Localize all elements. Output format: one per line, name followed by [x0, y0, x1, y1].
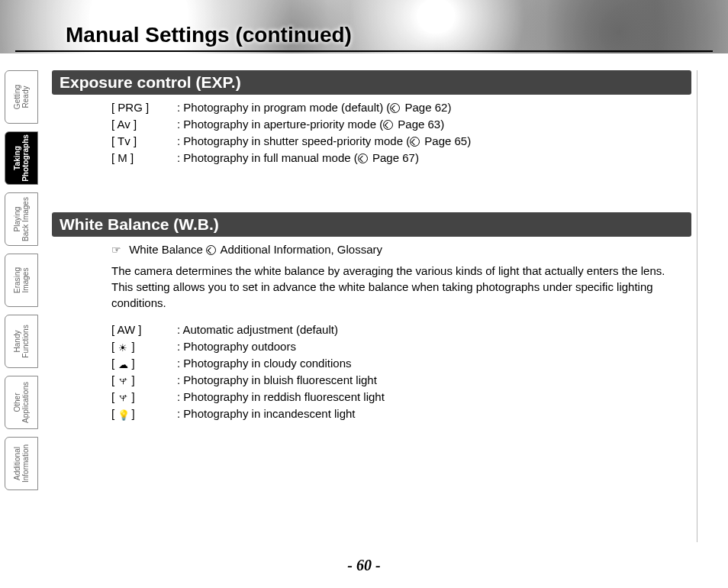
tab-handy-functions[interactable]: HandyFunctions — [5, 315, 38, 368]
lbl-pre: [ — [111, 357, 118, 370]
wb-row: [ ☁ ] : Photography in cloudy conditions — [111, 355, 685, 371]
wb-desc: : Photography in cloudy conditions — [177, 355, 685, 371]
desc-post: ) — [467, 134, 471, 147]
lbl-pre: [ — [111, 407, 118, 420]
wb-label: [ 🝤 ] — [111, 389, 177, 405]
exposure-row: [ PRG ] : Photography in program mode (d… — [111, 99, 685, 115]
tab-label: AdditionalInformation — [13, 444, 30, 483]
section-body-exposure: [ PRG ] : Photography in program mode (d… — [52, 99, 691, 166]
title-rule — [15, 50, 713, 52]
wb-row: [ 💡 ] : Photography in incandescent ligh… — [111, 405, 685, 422]
wb-label: [ 💡 ] — [111, 405, 177, 422]
lbl-pre: [ — [111, 373, 118, 386]
page-number: - 60 - — [0, 557, 728, 574]
page-ref[interactable]: Page 62 — [404, 101, 447, 114]
lbl-post: ] — [128, 407, 134, 420]
fluorescent-2-icon: 🝤 — [118, 393, 128, 403]
desc-pre: : Photography in shutter speed-priority … — [177, 134, 410, 147]
wb-desc: : Photography outdoors — [177, 338, 685, 354]
exposure-label: [ M ] — [111, 150, 177, 166]
desc-post: ) — [447, 101, 451, 114]
tab-erasing-images[interactable]: ErasingImages — [5, 254, 38, 307]
wb-desc: : Automatic adjustment (default) — [177, 321, 685, 338]
bulb-icon: 💡 — [118, 410, 128, 420]
right-margin-line — [697, 70, 697, 542]
section-body-whitebalance: ☞ White Balance Additional Information, … — [52, 241, 691, 422]
tab-additional-information[interactable]: AdditionalInformation — [5, 437, 38, 490]
section-header-exposure: Exposure control (EXP.) — [52, 70, 691, 95]
fluorescent-1-icon: 🝤 — [118, 376, 128, 386]
ref-post[interactable]: Additional Information, Glossary — [217, 243, 382, 256]
desc-post: ) — [415, 151, 419, 164]
content-area: Exposure control (EXP.) [ PRG ] : Photog… — [52, 70, 691, 542]
wb-row: [ 🝤 ] : Photography in bluish fluorescen… — [111, 372, 685, 388]
wb-label: [ ☀ ] — [111, 338, 177, 354]
lbl-post: ] — [128, 357, 134, 370]
ref-pre: White Balance — [126, 243, 206, 256]
lbl-pre: [ — [111, 340, 118, 353]
exposure-label: [ Tv ] — [111, 133, 177, 149]
tab-label: HandyFunctions — [13, 325, 30, 357]
lbl-post: ] — [128, 340, 134, 353]
lbl-post: ] — [128, 390, 134, 403]
page-ref-icon — [410, 137, 420, 147]
wb-label: [ AW ] — [111, 321, 177, 338]
lbl-post: ] — [128, 373, 134, 386]
exposure-desc: : Photography in program mode (default) … — [177, 99, 685, 115]
exposure-desc: : Photography in shutter speed-priority … — [177, 133, 685, 149]
pointing-hand-icon: ☞ — [111, 244, 121, 256]
page-ref-icon — [358, 153, 368, 163]
tab-label: GettingReady — [13, 85, 30, 109]
page-ref[interactable]: Page 65 — [424, 134, 467, 147]
sidebar-tabs: GettingReady TakingPhotographs PlayingBa… — [5, 70, 38, 490]
exposure-label: [ PRG ] — [111, 99, 177, 115]
exposure-row: [ Av ] : Photography in aperture-priorit… — [111, 116, 685, 132]
page-ref[interactable]: Page 67 — [372, 151, 415, 164]
wb-label: [ ☁ ] — [111, 355, 177, 371]
desc-post: ) — [440, 118, 444, 131]
lbl-pre: [ — [111, 390, 118, 403]
tab-label: TakingPhotographs — [13, 134, 30, 182]
wb-label: [ 🝤 ] — [111, 372, 177, 388]
desc-pre: : Photography in full manual mode ( — [177, 151, 358, 164]
wb-desc: : Photography in bluish fluorescent ligh… — [177, 372, 685, 388]
exposure-label: [ Av ] — [111, 116, 177, 132]
exposure-desc: : Photography in full manual mode ( Page… — [177, 150, 685, 166]
page-ref-icon — [383, 120, 393, 130]
sun-icon: ☀ — [118, 343, 128, 353]
page-title: Manual Settings (continued) — [66, 23, 352, 47]
tab-taking-photographs[interactable]: TakingPhotographs — [5, 131, 38, 185]
wb-desc: : Photography in reddish fluorescent lig… — [177, 389, 685, 405]
page-ref-icon — [390, 103, 400, 113]
tab-getting-ready[interactable]: GettingReady — [5, 70, 38, 124]
page-ref[interactable]: Page 63 — [398, 118, 440, 131]
cloud-icon: ☁ — [118, 360, 128, 370]
tab-playing-back-images[interactable]: PlayingBack Images — [5, 192, 38, 246]
exposure-desc: : Photography in aperture-priority mode … — [177, 116, 685, 132]
tab-other-applications[interactable]: OtherApplications — [5, 376, 38, 429]
tab-label: ErasingImages — [13, 267, 30, 293]
wb-desc: : Photography in incandescent light — [177, 405, 685, 422]
exposure-row: [ Tv ] : Photography in shutter speed-pr… — [111, 133, 685, 149]
exposure-row: [ M ] : Photography in full manual mode … — [111, 150, 685, 166]
desc-pre: : Photography in aperture-priority mode … — [177, 118, 383, 131]
section-header-whitebalance: White Balance (W.B.) — [52, 212, 691, 237]
desc-pre: : Photography in program mode (default) … — [177, 101, 390, 114]
tab-label: OtherApplications — [13, 382, 30, 423]
tab-label: PlayingBack Images — [13, 197, 30, 241]
wb-intro: The camera determines the white balance … — [111, 263, 685, 311]
wb-reference-line: ☞ White Balance Additional Information, … — [111, 241, 685, 258]
wb-row: [ ☀ ] : Photography outdoors — [111, 338, 685, 354]
page-ref-icon — [206, 245, 216, 255]
wb-row: [ 🝤 ] : Photography in reddish fluoresce… — [111, 389, 685, 405]
wb-row: [ AW ] : Automatic adjustment (default) — [111, 321, 685, 338]
